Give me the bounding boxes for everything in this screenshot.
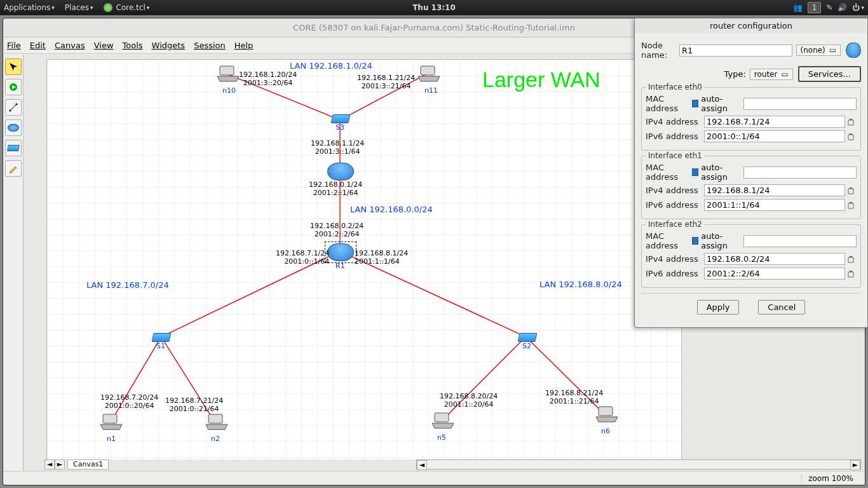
node-n10[interactable] (216, 65, 240, 84)
svg-point-3 (15, 104, 17, 105)
r2-up-ip: 192.168.1.1/242001:3::1/64 (311, 139, 364, 156)
n6-name: n6 (601, 427, 610, 435)
eth1-ipv4-input[interactable] (704, 184, 845, 196)
app-menu[interactable]: Core.tcl▾ (104, 3, 150, 12)
node-n5[interactable] (431, 412, 455, 431)
eth0-mac-input[interactable] (743, 98, 857, 110)
nodename-input[interactable] (679, 44, 792, 57)
r1-name: R1 (336, 262, 345, 270)
h-scrollbar[interactable]: ◄► (416, 459, 861, 470)
node-n1[interactable] (99, 413, 123, 432)
type-label: Type: (724, 69, 746, 79)
select-tool[interactable] (5, 58, 22, 75)
eth0-autoassign: auto-assign (701, 94, 739, 113)
eth2-mac-input[interactable] (743, 235, 857, 247)
r2-down-ip: 192.168.0.1/242001:2::1/64 (309, 180, 362, 197)
eth1-mac-auto-check[interactable] (692, 168, 698, 176)
n5-ip: 192.168.8.20/242001:1::20/64 (440, 392, 498, 409)
menu-widgets[interactable]: Widgets (152, 41, 186, 50)
eth0-ipv6-delete[interactable] (845, 131, 857, 142)
canvas-tab[interactable]: Canvas1 (67, 459, 109, 470)
eth2-ipv6-input[interactable] (704, 268, 845, 280)
eth2-mac-auto-check[interactable] (692, 237, 698, 245)
eth2-ipv4-input[interactable] (704, 253, 845, 265)
power-icon[interactable]: ⏻ (852, 3, 860, 12)
node-n11[interactable] (417, 65, 441, 84)
annotation-tool[interactable] (5, 160, 22, 177)
services-button[interactable]: Services... (798, 66, 861, 82)
volume-icon[interactable]: 🔊 (837, 3, 847, 12)
eth2-ipv6-label: IPv6 address (646, 269, 704, 278)
menu-help[interactable]: Help (234, 41, 254, 50)
users-icon[interactable]: 👥 (793, 3, 803, 12)
eth0-mac-auto-check[interactable] (692, 100, 698, 107)
svg-rect-15 (421, 66, 435, 75)
eth2-ipv4-delete[interactable] (845, 254, 857, 265)
canvas[interactable]: Larger WAN LAN 192.168.1.0/24 LAN 192.16… (46, 59, 682, 471)
lan8-label: LAN 192.168.8.0/24 (539, 280, 622, 289)
router-icon[interactable] (846, 43, 861, 58)
status-bar: zoom 100% (3, 471, 865, 485)
eth1-ipv6-label: IPv6 address (646, 200, 704, 210)
eth1-ipv6-input[interactable] (704, 199, 845, 211)
node-r1[interactable] (327, 243, 354, 261)
n11-ip: 192.168.1.21/242001:3::21/64 (357, 74, 415, 90)
iface-eth0: Interface eth0 MAC addressauto-assign IP… (641, 87, 861, 151)
applications-menu[interactable]: Applications▾ (4, 3, 55, 12)
eth1-mac-label: MAC address (646, 163, 692, 182)
tab-left-arrow[interactable]: ◄ (44, 459, 55, 470)
eth2-autoassign: auto-assign (701, 231, 739, 250)
eth0-ipv6-input[interactable] (704, 130, 845, 142)
left-toolbar (3, 54, 24, 471)
clock[interactable]: Thu 13:10 (412, 3, 456, 12)
n10-ip: 192.168.1.20/242001:3::20/64 (239, 71, 297, 87)
workspace-indicator[interactable]: 1 (808, 2, 822, 13)
menu-view[interactable]: View (94, 41, 114, 50)
node-s1[interactable] (152, 333, 172, 342)
lan7-label: LAN 192.168.7.0/24 (86, 280, 169, 290)
eth2-ipv6-delete[interactable] (845, 268, 857, 280)
apply-button[interactable]: Apply (697, 300, 740, 315)
menu-tools[interactable]: Tools (123, 41, 143, 50)
node-s3[interactable] (331, 114, 351, 123)
tab-right-arrow[interactable]: ► (55, 459, 65, 470)
menu-canvas[interactable]: Canvas (55, 41, 85, 50)
menu-session[interactable]: Session (194, 41, 226, 50)
s2-name: S2 (522, 342, 531, 350)
svg-point-2 (9, 110, 11, 112)
router-tool[interactable] (5, 119, 22, 136)
eth2-ipv4-label: IPv4 address (646, 254, 704, 264)
node-n6[interactable] (595, 405, 619, 424)
node-n2[interactable] (205, 413, 229, 432)
menu-file[interactable]: File (7, 41, 21, 50)
big-text: Larger WAN (482, 67, 600, 92)
eth0-ipv4-delete[interactable] (845, 116, 857, 128)
system-menu[interactable]: ▾ (861, 4, 864, 11)
menu-edit[interactable]: Edit (30, 41, 46, 50)
link-tool[interactable] (5, 99, 22, 116)
svg-line-1 (10, 104, 17, 111)
eth1-autoassign: auto-assign (701, 163, 739, 182)
cancel-button[interactable]: Cancel (758, 300, 805, 315)
eth0-ipv4-input[interactable] (704, 116, 845, 128)
node-s2[interactable] (518, 333, 538, 342)
n1-name: n1 (107, 435, 116, 443)
svg-rect-19 (599, 407, 613, 416)
svg-rect-18 (435, 413, 449, 422)
n5-name: n5 (437, 433, 446, 442)
gnome-top-bar: Applications▾ Places▾ Core.tcl▾ Thu 13:1… (0, 0, 868, 15)
router-config-dialog: router configuration Node name: (none)▭ … (634, 18, 868, 328)
places-menu[interactable]: Places▾ (65, 3, 93, 12)
run-tool[interactable] (5, 79, 22, 95)
eth1-ipv4-delete[interactable] (845, 185, 857, 196)
eth1-ipv6-delete[interactable] (845, 200, 857, 211)
node-r2[interactable] (327, 163, 354, 180)
hub-tool[interactable] (5, 140, 22, 156)
type-combo[interactable]: router▭ (750, 69, 793, 80)
image-combo[interactable]: (none)▭ (796, 44, 841, 56)
lan0-label: LAN 192.168.0.0/24 (350, 205, 433, 214)
eth1-mac-input[interactable] (743, 166, 857, 179)
svg-rect-17 (208, 414, 222, 423)
brush-icon[interactable]: ✎ (826, 3, 832, 12)
r1-left-ip: 192.168.7.1/242001:0::1/64 (276, 249, 329, 266)
